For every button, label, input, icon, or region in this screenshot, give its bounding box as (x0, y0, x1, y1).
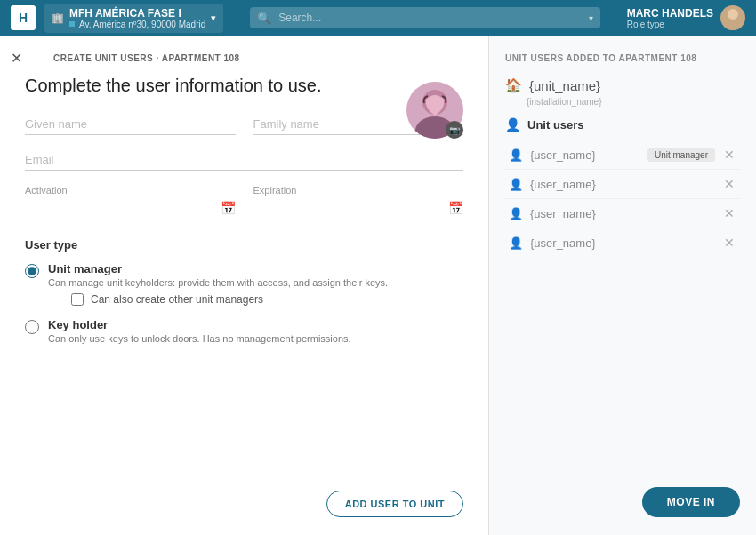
left-panel: ✕ CREATE UNIT USERS · APARTMENT 108 Comp… (0, 36, 489, 535)
key-holder-option-content: Key holder Can only use keys to unlock d… (48, 318, 351, 344)
avatar-upload[interactable]: 📷 (406, 82, 463, 139)
search-icon: 🔍 (257, 12, 271, 25)
camera-icon[interactable]: 📷 (446, 121, 463, 139)
unit-users-header: 👤 Unit users (505, 117, 740, 132)
activation-input-wrapper: Feb 4, 2021 📅 (25, 199, 236, 220)
activation-label: Activation (25, 185, 236, 196)
create-managers-checkbox-row: Can also create other unit managers (71, 293, 388, 306)
email-field (25, 149, 463, 171)
form-title: Complete the user information to use. (25, 76, 463, 96)
expiration-input[interactable]: Never (253, 199, 464, 220)
calendar-icon[interactable]: 📅 (221, 201, 236, 215)
search-input[interactable] (250, 7, 599, 28)
key-holder-radio[interactable] (25, 320, 39, 334)
right-footer: MOVE IN (505, 487, 740, 517)
remove-user-4-button[interactable]: ✕ (722, 236, 736, 250)
unit-manager-radio[interactable] (25, 264, 39, 278)
unit-manager-desc: Can manage unit keyholders: provide them… (48, 277, 388, 288)
user-icon-3: 👤 (509, 207, 523, 220)
remove-user-1-button[interactable]: ✕ (722, 148, 736, 162)
search-chevron-icon: ▾ (589, 13, 593, 23)
user-item: 👤 {user_name} ✕ (505, 170, 740, 199)
users-icon: 👤 (505, 117, 520, 132)
user-name-4: {user_name} (530, 236, 715, 250)
user-role: Role type (627, 20, 713, 29)
user-icon-2: 👤 (509, 178, 523, 191)
user-item: 👤 {user_name} ✕ (505, 228, 740, 257)
user-menu: MARC HANDELS Role type (627, 5, 745, 30)
user-type-group: Unit manager Can manage unit keyholders:… (25, 262, 463, 344)
create-managers-label: Can also create other unit managers (91, 293, 263, 306)
installation-name: {installation_name} (527, 97, 740, 107)
close-button[interactable]: ✕ (11, 50, 22, 67)
user-name-3: {user_name} (530, 207, 715, 220)
unit-manager-option-content: Unit manager Can manage unit keyholders:… (48, 262, 388, 306)
email-input[interactable] (25, 149, 463, 171)
email-row (25, 149, 463, 171)
date-row: Activation Feb 4, 2021 📅 Expiration Neve… (25, 185, 463, 220)
unit-manager-option: Unit manager Can manage unit keyholders:… (25, 262, 463, 306)
given-name-field (25, 114, 236, 135)
building-icon: 🏢 (52, 12, 64, 24)
user-icon-4: 👤 (509, 236, 523, 250)
project-address: Av. América nº30, 90000 Madrid (69, 20, 205, 29)
given-name-input[interactable] (25, 114, 236, 135)
expiration-field: Expiration Never 📅 (253, 185, 464, 220)
search-bar: 🔍 ▾ (250, 7, 599, 28)
svg-point-0 (728, 9, 738, 20)
main-content: ✕ CREATE UNIT USERS · APARTMENT 108 Comp… (0, 36, 756, 535)
user-item: 👤 {user_name} ✕ (505, 199, 740, 228)
user-name-1: {user_name} (530, 148, 640, 162)
expiration-input-wrapper: Never 📅 (253, 199, 464, 220)
unit-name: {unit_name} (529, 78, 600, 93)
unit-name-row: 🏠 {unit_name} (505, 77, 740, 93)
key-holder-desc: Can only use keys to unlock doors. Has n… (48, 333, 351, 344)
remove-user-3-button[interactable]: ✕ (722, 206, 736, 220)
project-name: MFH AMÉRICA FASE I (69, 7, 205, 20)
move-in-button[interactable]: MOVE IN (642, 487, 740, 517)
add-user-button[interactable]: ADD USER TO UNIT (326, 491, 463, 517)
expiration-label: Expiration (253, 185, 464, 196)
status-dot (69, 21, 75, 27)
user-name: MARC HANDELS (627, 7, 713, 20)
user-name-2: {user_name} (530, 178, 715, 191)
project-selector[interactable]: 🏢 MFH AMÉRICA FASE I Av. América nº30, 9… (44, 4, 223, 33)
user-type-section-title: User type (25, 238, 463, 252)
chevron-down-icon: ▾ (211, 12, 216, 24)
home-icon: 🏠 (505, 77, 522, 93)
app-logo: H (11, 5, 36, 30)
user-icon-1: 👤 (509, 148, 523, 162)
user-badge-1: Unit manager (647, 148, 715, 162)
activation-field: Activation Feb 4, 2021 📅 (25, 185, 236, 220)
user-list: 👤 {user_name} Unit manager ✕ 👤 {user_nam… (505, 140, 740, 257)
right-panel: UNIT USERS ADDED TO APARTMENT 108 🏠 {uni… (489, 36, 756, 535)
right-panel-title: UNIT USERS ADDED TO APARTMENT 108 (505, 53, 740, 63)
activation-input[interactable]: Feb 4, 2021 (25, 199, 236, 220)
key-holder-label: Key holder (48, 318, 351, 331)
breadcrumb: CREATE UNIT USERS · APARTMENT 108 (36, 53, 463, 63)
unit-manager-label: Unit manager (48, 262, 388, 275)
calendar-icon-2[interactable]: 📅 (448, 201, 463, 215)
key-holder-option: Key holder Can only use keys to unlock d… (25, 318, 463, 344)
create-managers-checkbox[interactable] (71, 293, 84, 306)
avatar[interactable] (720, 5, 745, 30)
top-nav: H 🏢 MFH AMÉRICA FASE I Av. América nº30,… (0, 0, 756, 36)
svg-point-1 (724, 20, 742, 30)
unit-users-label: Unit users (527, 118, 584, 132)
name-row (25, 114, 463, 135)
user-item: 👤 {user_name} Unit manager ✕ (505, 140, 740, 170)
remove-user-2-button[interactable]: ✕ (722, 177, 736, 191)
